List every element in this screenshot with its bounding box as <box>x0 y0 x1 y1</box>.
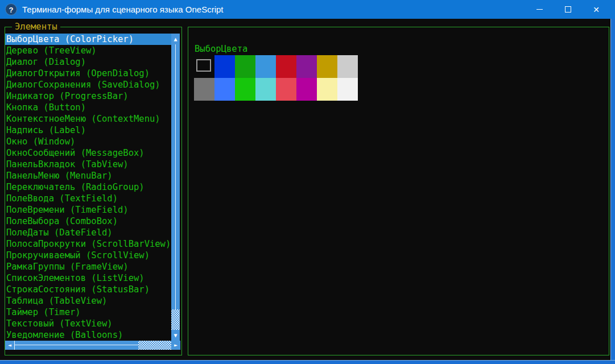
vertical-scrollbar[interactable]: ▲ ▼ <box>171 34 180 341</box>
color-swatch-black[interactable] <box>194 55 214 78</box>
color-swatch-dark-yellow[interactable] <box>317 55 337 78</box>
color-swatch-red[interactable] <box>276 78 296 101</box>
list-item[interactable]: СтрокаСостояния (StatusBar) <box>5 284 172 295</box>
color-swatch-magenta[interactable] <box>296 78 317 101</box>
horizontal-scrollbar[interactable]: ◄ ► <box>5 341 180 350</box>
minimize-icon <box>536 9 543 10</box>
list-item[interactable]: Надпись (Label) <box>5 125 172 136</box>
vertical-scroll-thumb[interactable] <box>171 309 180 330</box>
selected-color-cursor <box>196 59 211 72</box>
titlebar: ? Терминал-формы для сценарного языка On… <box>0 0 615 19</box>
color-swatch-dark-red[interactable] <box>276 55 296 78</box>
window-controls: ✕ <box>525 0 615 19</box>
list-item[interactable]: Кнопка (Button) <box>5 102 172 113</box>
color-swatch-dark-green[interactable] <box>235 55 255 78</box>
list-item[interactable]: Прокручиваемый (ScrollView) <box>5 250 172 261</box>
close-icon: ✕ <box>593 6 600 14</box>
list-item[interactable]: ПолеВыбора (ComboBox) <box>5 216 172 227</box>
list-item[interactable]: ПолеВвода (TextField) <box>5 193 172 204</box>
color-swatch-cyan[interactable] <box>255 78 276 101</box>
scroll-up-icon[interactable]: ▲ <box>171 34 180 44</box>
color-swatch-green[interactable] <box>235 78 255 101</box>
desktop-edge-right <box>610 19 615 364</box>
elements-list[interactable]: ВыборЦвета (ColorPicker)Дерево (TreeView… <box>5 34 172 341</box>
list-item[interactable]: Таймер (Timer) <box>5 307 172 318</box>
color-swatch-dark-gray[interactable] <box>194 78 214 101</box>
scroll-down-icon[interactable]: ▼ <box>171 330 180 341</box>
preview-panel: ВыборЦвета <box>188 27 609 355</box>
maximize-icon <box>565 6 571 13</box>
color-swatch-dark-blue[interactable] <box>214 55 235 78</box>
color-swatch-gray[interactable] <box>337 55 358 78</box>
list-item[interactable]: Уведомление (Balloons) <box>5 329 172 341</box>
list-item[interactable]: ДиалогОткрытия (OpenDialog) <box>5 68 172 79</box>
color-swatch-yellow[interactable] <box>317 78 337 101</box>
color-picker-label: ВыборЦвета <box>195 44 247 54</box>
horizontal-scroll-track[interactable] <box>14 341 138 350</box>
list-item[interactable]: Дерево (TreeView) <box>5 45 172 56</box>
scroll-right-icon[interactable]: ► <box>171 341 180 350</box>
color-picker-grid[interactable] <box>194 55 358 101</box>
list-item[interactable]: Переключатель (RadioGroup) <box>5 181 172 193</box>
vertical-scroll-track[interactable] <box>171 44 180 309</box>
horizontal-scroll-thumb[interactable] <box>138 341 171 350</box>
list-item[interactable]: ПолеВремени (TimeField) <box>5 204 172 216</box>
list-item[interactable]: ПолеДаты (DateField) <box>5 227 172 238</box>
elements-panel: Элементы ВыборЦвета (ColorPicker)Дерево … <box>5 27 182 355</box>
minimize-button[interactable] <box>525 0 554 19</box>
list-item[interactable]: Индикатор (ProgressBar) <box>5 90 172 102</box>
maximize-button[interactable] <box>554 0 582 19</box>
list-item[interactable]: Таблица (TableView) <box>5 295 172 307</box>
list-item[interactable]: ВыборЦвета (ColorPicker) <box>5 34 172 45</box>
color-swatch-blue[interactable] <box>214 78 235 101</box>
color-swatch-dark-cyan[interactable] <box>255 55 276 78</box>
list-item[interactable]: ПанельМеню (MenuBar) <box>5 170 172 181</box>
scroll-left-icon[interactable]: ◄ <box>5 341 14 350</box>
help-icon: ? <box>5 3 17 15</box>
color-swatch-white[interactable] <box>337 78 358 101</box>
window-title: Терминал-формы для сценарного языка OneS… <box>22 5 224 14</box>
list-item[interactable]: СписокЭлементов (ListView) <box>5 272 172 284</box>
close-button[interactable]: ✕ <box>582 0 610 19</box>
list-item[interactable]: КонтекстноеМеню (ContextMenu) <box>5 113 172 125</box>
list-item[interactable]: ПанельВкладок (TabView) <box>5 159 172 170</box>
list-item[interactable]: Текстовый (TextView) <box>5 318 172 329</box>
console-area: Элементы ВыборЦвета (ColorPicker)Дерево … <box>0 19 610 360</box>
elements-panel-title: Элементы <box>12 22 60 32</box>
desktop-edge-bottom <box>0 360 615 364</box>
list-item[interactable]: Диалог (Dialog) <box>5 56 172 68</box>
list-item[interactable]: ДиалогСохранения (SaveDialog) <box>5 79 172 90</box>
list-item[interactable]: ОкноСообщений (MessageBox) <box>5 147 172 159</box>
list-item[interactable]: Окно (Window) <box>5 136 172 147</box>
color-swatch-dark-magenta[interactable] <box>296 55 317 78</box>
list-item[interactable]: ПолосаПрокрутки (ScrollBarView) <box>5 238 172 250</box>
list-item[interactable]: РамкаГруппы (FrameView) <box>5 261 172 272</box>
